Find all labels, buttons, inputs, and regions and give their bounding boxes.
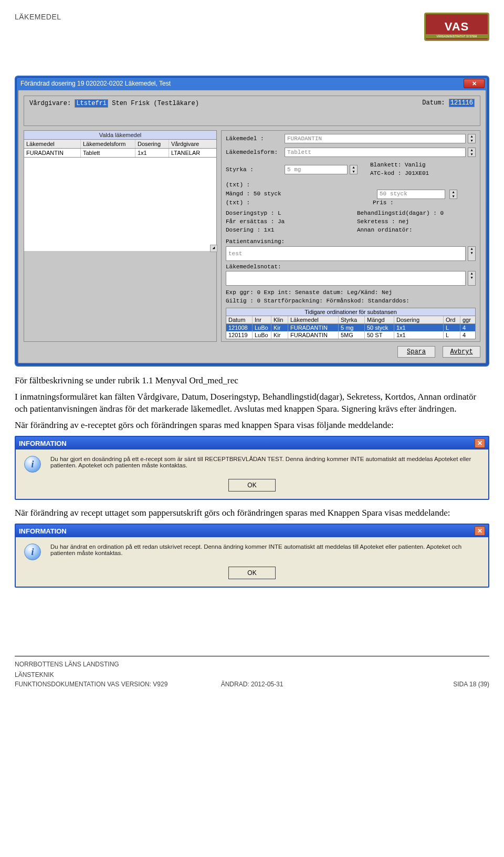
lakemedel-label: Läkemedel : [226, 135, 282, 142]
cell: FURADANTIN [288, 324, 339, 331]
scroll-corner: ◢ [210, 245, 217, 252]
footer-line1: NORRBOTTENS LÄNS LANDSTING [15, 661, 489, 668]
cell: 50 ST [365, 331, 394, 339]
cell: FURADANTIN [24, 149, 81, 157]
info-icon: i [24, 544, 41, 560]
txt2: (txt) : [226, 199, 373, 207]
col-lakemedel: Läkemedel [24, 140, 81, 148]
hcol: Inr [253, 316, 271, 323]
hcol: Klin [271, 316, 288, 323]
datum-label: Datum: [422, 99, 445, 107]
cell: LuBo [253, 324, 271, 331]
annan: Annan ordinatör: [357, 226, 413, 235]
dosering-window: Förändrad dosering 19 020202-0202 Läkeme… [15, 76, 489, 367]
window-title: Förändrad dosering 19 020202-0202 Läkeme… [20, 80, 171, 87]
hcol: Dosering [394, 316, 444, 323]
hcol: ggr [460, 316, 475, 323]
valda-lakemedel-panel: Valda läkemedel Läkemedel Läkemedelsform… [24, 130, 217, 342]
hcol: Mängd [365, 316, 394, 323]
close-button[interactable]: ✕ [464, 79, 485, 88]
form-label: Läkemedelsform: [226, 149, 282, 155]
behand: Behandlingstid(dagar) : 0 [357, 210, 444, 218]
cell: LuBo [253, 331, 271, 339]
txt1: (txt) : [226, 181, 476, 190]
lakemedel-input[interactable]: FURADANTIN [285, 134, 466, 143]
sekret: Sekretess : nej [357, 218, 409, 226]
footer-right: SIDA 18 (39) [331, 681, 489, 688]
farers: Får ersättas : Ja [226, 218, 357, 226]
col-dosering: Dosering [135, 140, 169, 148]
footer-line2: LÄNSTEKNIK [15, 671, 489, 678]
cell: 4 [460, 331, 475, 339]
atc-text: ATC-kod : J01XE01 [370, 170, 429, 178]
vardgivare-name: Sten Frisk (Testläkare) [112, 100, 199, 107]
form-input[interactable]: Tablett [285, 148, 466, 157]
styrka-input[interactable]: 5 mg [285, 165, 348, 174]
paragraph: När förändring av recept uttaget som pap… [15, 507, 489, 519]
dostyp: Doseringstyp : L [226, 210, 357, 218]
footer: NORRBOTTENS LÄNS LANDSTING LÄNSTEKNIK FU… [15, 656, 489, 688]
footer-center: ÄNDRAD: 2012-05-31 [173, 681, 331, 688]
close-icon[interactable]: ✕ [475, 526, 485, 536]
dialog-body: Du har ändrat en ordination på ett redan… [50, 544, 480, 560]
ok-button[interactable]: OK [228, 567, 276, 579]
spinner-icon[interactable]: ▲▼ [468, 148, 476, 157]
col-form: Läkemedelsform [81, 140, 135, 148]
ok-button[interactable]: OK [228, 479, 276, 492]
cell: 121008 [226, 324, 253, 331]
spinner-icon[interactable]: ▲▼ [449, 190, 457, 199]
vas-logo-sub: VÅRDADMINISTRATIVT SYSTEM [426, 34, 488, 38]
avbryt-button[interactable]: Avbryt [443, 346, 480, 358]
top-panel: Vårdgivare: Ltstefri Sten Frisk (Testläk… [24, 96, 480, 126]
cell: 120119 [226, 331, 253, 339]
vardgivare-field[interactable]: Ltstefri [75, 99, 108, 108]
patanv-label: Patientanvisning: [226, 238, 476, 246]
datum-field[interactable]: 121116 [449, 99, 474, 107]
table-row[interactable]: 121008 LuBo Kir FURADANTIN 5 mg 50 styck… [226, 324, 475, 331]
cell: 1x1 [394, 331, 444, 339]
dialog-title: INFORMATION [19, 440, 67, 447]
cell: L [444, 324, 460, 331]
detail-panel: Läkemedel : FURADANTIN ▲▼ Läkemedelsform… [221, 130, 480, 342]
cell: 4 [460, 324, 475, 331]
dialog-body: Du har gjort en dosändring på ett e-rece… [50, 456, 480, 473]
blankett-text: Blankett: Vanlig [370, 161, 429, 170]
table-row[interactable]: 120119 LuBo Kir FURADANTIN 5MG 50 ST 1x1… [226, 331, 475, 339]
spinner-icon[interactable]: ▲▼ [468, 246, 476, 261]
list-item[interactable]: FURADANTIN Tablett 1x1 LTANELAR [24, 149, 216, 158]
info-dialog-2: INFORMATION ✕ i Du har ändrat en ordinat… [15, 524, 489, 588]
dialog-title: INFORMATION [19, 527, 67, 535]
giltig-line: Giltig : 0 Startförpackning: Förmånskod:… [226, 297, 476, 306]
page-title: LÄKEMEDEL [15, 13, 61, 21]
hcol: Läkemedel [288, 316, 339, 323]
spinner-icon[interactable]: ▲▼ [468, 134, 476, 143]
cell: 50 styck [365, 324, 394, 331]
vardgivare-label: Vårdgivare: [29, 100, 71, 107]
spinner-icon[interactable]: ▲▼ [350, 165, 358, 174]
hcol: Datum [226, 316, 253, 323]
close-icon[interactable]: ✕ [475, 438, 485, 448]
info-dialog-1: INFORMATION ✕ i Du har gjort en dosändri… [15, 436, 489, 500]
cell: 5 mg [339, 324, 365, 331]
cell: Kir [271, 331, 288, 339]
col-vardgivare: Vårdgivare [169, 140, 216, 148]
patanv-input[interactable]: test [226, 246, 466, 261]
mangd-input[interactable]: 50 styck [377, 190, 445, 199]
styrka-label: Styrka : [226, 166, 282, 173]
valda-lakemedel-header: Valda läkemedel [24, 131, 216, 140]
spara-button[interactable]: Spara [397, 346, 435, 358]
spinner-icon[interactable]: ▲▼ [468, 271, 476, 286]
pris-text: Pris : [373, 199, 394, 207]
cell: 5MG [339, 331, 365, 339]
history-title: Tidigare ordinationer för substansen [226, 308, 475, 316]
footer-left: FUNKTIONSDOKUMENTATION VAS VERSION: V929 [15, 681, 173, 688]
cell: FURADANTIN [288, 331, 339, 339]
paragraph: I inmatningsformuläret kan fälten Vårdgi… [15, 391, 489, 415]
exp-line: Exp ggr: 0 Exp int: Senaste datum: Leg/K… [226, 289, 476, 297]
notat-label: Läkemedelsnotat: [226, 263, 476, 271]
paragraph: När förändring av e-receptet görs och fö… [15, 420, 489, 432]
cell: 1x1 [394, 324, 444, 331]
notat-input[interactable] [226, 271, 466, 286]
history-panel: Tidigare ordinationer för substansen Dat… [226, 308, 476, 339]
cell: Kir [271, 324, 288, 331]
